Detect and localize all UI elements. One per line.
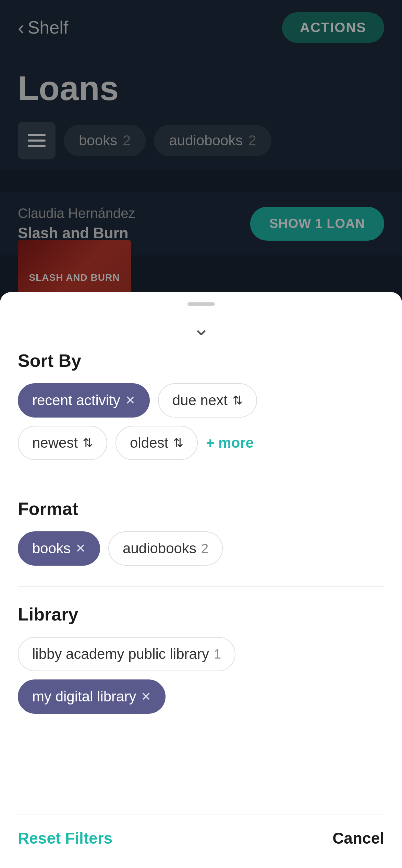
library-title: Library	[18, 604, 384, 625]
format-title: Format	[18, 498, 384, 519]
cancel-button[interactable]: Cancel	[332, 829, 384, 847]
chip-my-digital-library-label: my digital library	[32, 688, 136, 705]
chip-oldest-sort-icon: ⇅	[173, 436, 183, 450]
chip-my-digital-library-close[interactable]: ✕	[141, 689, 151, 704]
chip-my-digital-library[interactable]: my digital library ✕	[18, 679, 166, 714]
chip-recent-activity[interactable]: recent activity ✕	[18, 383, 150, 418]
sort-by-title: Sort By	[18, 350, 384, 371]
chip-audiobooks-count: 2	[201, 541, 208, 556]
drag-handle-area	[18, 292, 384, 313]
chip-books[interactable]: books ✕	[18, 531, 100, 566]
library-chips: libby academy public library 1 my digita…	[18, 637, 384, 714]
sort-chips-row-2: newest ⇅ oldest ⇅ + more	[18, 426, 384, 460]
chip-libby-academy[interactable]: libby academy public library 1	[18, 637, 235, 671]
bottom-sheet: ⌄ Sort By recent activity ✕ due next ⇅ n…	[0, 292, 402, 868]
chip-audiobooks-label: audiobooks	[123, 540, 196, 557]
chip-books-close[interactable]: ✕	[75, 541, 86, 556]
chip-newest[interactable]: newest ⇅	[18, 426, 107, 460]
chip-recent-activity-close[interactable]: ✕	[125, 393, 135, 408]
chip-libby-academy-label: libby academy public library	[32, 646, 209, 662]
chevron-down-icon[interactable]: ⌄	[18, 313, 384, 350]
chip-newest-label: newest	[32, 435, 78, 451]
drag-handle	[187, 302, 215, 306]
divider-1	[18, 481, 384, 481]
sort-by-section: Sort By recent activity ✕ due next ⇅ new…	[18, 350, 384, 460]
chip-due-next-sort-icon: ⇅	[232, 393, 243, 408]
format-chips: books ✕ audiobooks 2	[18, 531, 384, 566]
chip-due-next-label: due next	[172, 392, 228, 409]
sort-chips-row-1: recent activity ✕ due next ⇅	[18, 383, 384, 418]
chip-libby-academy-count: 1	[214, 647, 221, 662]
chip-oldest[interactable]: oldest ⇅	[115, 426, 198, 460]
divider-2	[18, 586, 384, 587]
library-section: Library libby academy public library 1 m…	[18, 604, 384, 714]
chip-oldest-label: oldest	[130, 435, 168, 451]
more-sort-options[interactable]: + more	[206, 426, 267, 459]
chip-due-next[interactable]: due next ⇅	[158, 383, 257, 418]
chip-audiobooks[interactable]: audiobooks 2	[108, 531, 223, 566]
reset-filters-button[interactable]: Reset Filters	[18, 829, 112, 847]
chip-recent-activity-label: recent activity	[32, 392, 120, 409]
format-section: Format books ✕ audiobooks 2	[18, 498, 384, 566]
chip-newest-sort-icon: ⇅	[83, 436, 93, 450]
sheet-footer: Reset Filters Cancel	[18, 815, 384, 847]
chip-books-label: books	[32, 540, 71, 557]
